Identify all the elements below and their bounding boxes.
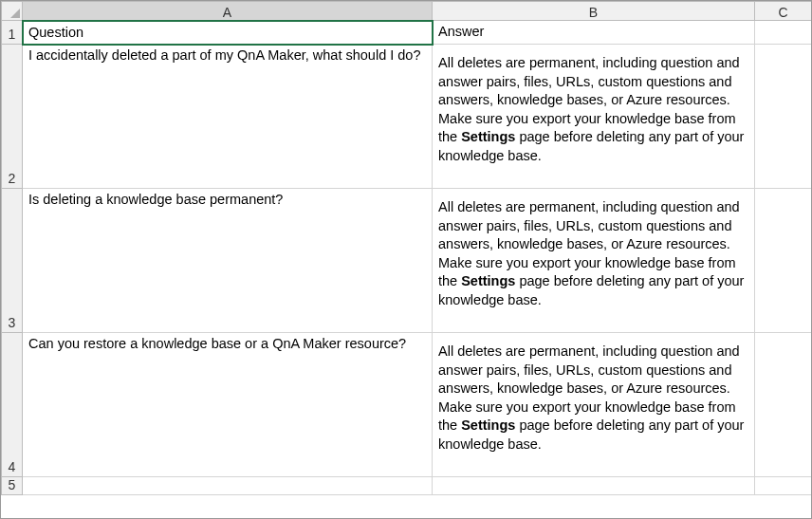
cell-c2[interactable] bbox=[755, 45, 812, 189]
column-header-row: A B C bbox=[2, 2, 812, 21]
cell-c5[interactable] bbox=[755, 477, 812, 495]
cell-c3[interactable] bbox=[755, 189, 812, 333]
cell-text: All deletes are permanent, including que… bbox=[433, 45, 754, 188]
row-header-1[interactable]: 1 bbox=[2, 21, 23, 45]
table-row: 2 I accidentally deleted a part of my Qn… bbox=[2, 45, 812, 189]
row-header-4[interactable]: 4 bbox=[2, 333, 23, 477]
column-header-c-label: C bbox=[778, 5, 787, 20]
cell-text: Can you restore a knowledge base or a Qn… bbox=[23, 333, 432, 476]
row-number-label: 4 bbox=[9, 459, 16, 474]
table-row: 5 bbox=[2, 477, 812, 495]
column-header-a-label: A bbox=[223, 5, 231, 20]
row-number-label: 2 bbox=[9, 171, 16, 186]
select-all-corner[interactable] bbox=[2, 2, 23, 21]
spreadsheet-grid[interactable]: A B C 1 Question Answer 2 I accidentally… bbox=[1, 1, 812, 495]
cell-text: I accidentally deleted a part of my QnA … bbox=[23, 45, 432, 188]
cell-text: Question bbox=[23, 22, 432, 45]
cell-b5[interactable] bbox=[433, 477, 755, 495]
cell-c1[interactable] bbox=[755, 21, 812, 45]
answer-bold: Settings bbox=[461, 129, 515, 144]
table-row: 1 Question Answer bbox=[2, 21, 812, 45]
cell-text: All deletes are permanent, including que… bbox=[433, 189, 754, 332]
column-header-b-label: B bbox=[589, 5, 598, 20]
cell-b1[interactable]: Answer bbox=[433, 21, 755, 45]
column-header-a[interactable]: A bbox=[23, 2, 433, 21]
row-header-2[interactable]: 2 bbox=[2, 45, 23, 189]
cell-text: All deletes are permanent, including que… bbox=[433, 333, 754, 476]
row-header-5[interactable]: 5 bbox=[2, 477, 23, 495]
cell-a3[interactable]: Is deleting a knowledge base permanent? bbox=[23, 189, 433, 333]
cell-a4[interactable]: Can you restore a knowledge base or a Qn… bbox=[23, 333, 433, 477]
cell-a5[interactable] bbox=[23, 477, 433, 495]
answer-bold: Settings bbox=[461, 273, 515, 288]
cell-b4[interactable]: All deletes are permanent, including que… bbox=[433, 333, 755, 477]
cell-a2[interactable]: I accidentally deleted a part of my QnA … bbox=[23, 45, 433, 189]
row-number-label: 5 bbox=[9, 477, 16, 492]
answer-bold: Settings bbox=[461, 417, 515, 433]
row-number-label: 3 bbox=[9, 315, 16, 330]
table-row: 4 Can you restore a knowledge base or a … bbox=[2, 333, 812, 477]
column-header-c[interactable]: C bbox=[755, 2, 812, 21]
cell-c4[interactable] bbox=[755, 333, 812, 477]
table-row: 3 Is deleting a knowledge base permanent… bbox=[2, 189, 812, 333]
row-number-label: 1 bbox=[9, 27, 16, 42]
cell-a1[interactable]: Question bbox=[23, 21, 433, 45]
column-header-b[interactable]: B bbox=[433, 2, 755, 21]
cell-b3[interactable]: All deletes are permanent, including que… bbox=[433, 189, 755, 333]
cell-text: Is deleting a knowledge base permanent? bbox=[23, 189, 432, 332]
row-header-3[interactable]: 3 bbox=[2, 189, 23, 333]
cell-text: Answer bbox=[433, 21, 754, 44]
cell-b2[interactable]: All deletes are permanent, including que… bbox=[433, 45, 755, 189]
